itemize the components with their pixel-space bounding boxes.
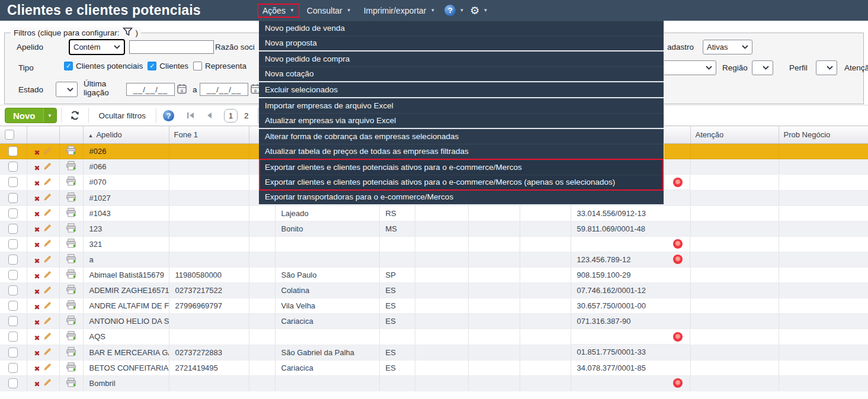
print-icon[interactable] xyxy=(66,333,76,342)
page-current[interactable]: 1 xyxy=(224,109,238,123)
delete-icon[interactable]: ✖ xyxy=(34,241,40,249)
header-select-all[interactable] xyxy=(0,126,27,144)
date-to-input[interactable]: __/__/__ xyxy=(200,83,248,96)
delete-icon[interactable]: ✖ xyxy=(34,179,40,188)
delete-icon[interactable]: ✖ xyxy=(34,380,40,388)
page-next[interactable]: 2 xyxy=(244,111,249,120)
menu-item[interactable]: Novo pedido de venda xyxy=(259,21,664,36)
row-checkbox[interactable] xyxy=(8,347,18,358)
edit-pencil-icon[interactable] xyxy=(43,256,52,265)
edit-pencil-icon[interactable] xyxy=(43,225,52,234)
delete-icon[interactable]: ✖ xyxy=(34,303,40,311)
new-button[interactable]: Novo ▼ xyxy=(5,108,57,123)
header-apelido[interactable]: ▲Apelido xyxy=(83,126,169,144)
estado-select[interactable] xyxy=(56,82,78,97)
row-checkbox[interactable] xyxy=(8,177,18,187)
menu-item[interactable]: Alterar forma de cobrança das empresas s… xyxy=(259,129,664,144)
table-row[interactable]: ✖a123.456.789-12 xyxy=(0,252,868,268)
table-row[interactable]: ✖#1043LajeadoRS33.014.556/0912-13 xyxy=(0,205,868,221)
delete-icon[interactable]: ✖ xyxy=(34,349,40,358)
row-checkbox[interactable] xyxy=(8,193,18,203)
apelido-operator-select[interactable]: Contém xyxy=(69,39,125,55)
menu-imprimir-exportar[interactable]: Imprimir/exportar ▼ xyxy=(358,4,441,18)
print-icon[interactable] xyxy=(66,195,76,204)
header-fone1[interactable]: Fone 1 xyxy=(169,126,249,144)
print-icon[interactable] xyxy=(66,256,76,265)
row-checkbox[interactable] xyxy=(8,332,18,342)
table-row[interactable]: ✖123BonitoMS59.811.069/0001-48 xyxy=(0,221,868,236)
print-icon[interactable] xyxy=(66,349,76,358)
row-checkbox[interactable] xyxy=(8,224,18,234)
edit-pencil-icon[interactable] xyxy=(43,379,52,388)
calendar-icon[interactable]: 8 xyxy=(177,83,187,96)
print-icon[interactable] xyxy=(66,210,76,219)
table-row[interactable]: ✖BETOS CONFEITARIA2721419495CariacicaES3… xyxy=(0,360,868,375)
menu-item[interactable]: Exportar transportadoras para o e-commer… xyxy=(259,189,664,204)
print-icon[interactable] xyxy=(66,303,76,311)
row-checkbox[interactable] xyxy=(8,378,18,388)
menu-item[interactable]: Atualizar tabela de preços de todas as e… xyxy=(259,144,664,159)
table-row[interactable]: ✖Bombril xyxy=(0,375,868,391)
edit-pencil-icon[interactable] xyxy=(43,333,52,342)
perfil-select[interactable] xyxy=(816,60,837,75)
first-page-icon[interactable] xyxy=(181,112,201,119)
print-icon[interactable] xyxy=(66,241,76,250)
print-icon[interactable] xyxy=(66,272,76,281)
vendedor-select[interactable] xyxy=(663,60,716,75)
refresh-icon[interactable] xyxy=(66,110,84,121)
table-row[interactable]: ✖BAR E MERCEARIA GA02737272883São Gabrie… xyxy=(0,345,868,360)
menu-item[interactable]: Novo pedido de compra xyxy=(259,52,664,66)
funnel-icon[interactable] xyxy=(123,27,133,38)
edit-pencil-icon[interactable] xyxy=(43,303,52,311)
delete-icon[interactable]: ✖ xyxy=(34,226,40,234)
delete-icon[interactable]: ✖ xyxy=(34,272,40,281)
cadastro-select[interactable]: Ativas xyxy=(703,40,752,54)
print-icon[interactable] xyxy=(66,148,76,157)
edit-pencil-icon[interactable] xyxy=(43,179,52,188)
print-icon[interactable] xyxy=(66,179,76,188)
apelido-filter-input[interactable] xyxy=(129,40,214,54)
date-from-input[interactable]: __/__/__ xyxy=(126,83,175,96)
chevron-down-icon[interactable]: ▼ xyxy=(459,8,464,13)
edit-pencil-icon[interactable] xyxy=(43,272,52,281)
menu-item[interactable]: Excluir selecionados xyxy=(259,82,664,97)
row-checkbox[interactable] xyxy=(8,162,18,172)
help-icon[interactable]: ? xyxy=(163,110,174,121)
row-checkbox[interactable] xyxy=(8,255,18,265)
menu-item[interactable]: Exportar clientes e clientes potenciais … xyxy=(259,175,664,189)
menu-acoes[interactable]: Ações ▼ xyxy=(257,4,300,18)
edit-pencil-icon[interactable] xyxy=(43,240,52,249)
header-prob-negocio[interactable]: Prob Negócio xyxy=(779,126,868,144)
print-icon[interactable] xyxy=(66,365,76,374)
row-checkbox[interactable] xyxy=(8,146,18,156)
checkbox-checked[interactable]: ✓ xyxy=(148,62,156,70)
row-checkbox[interactable] xyxy=(8,270,18,280)
delete-icon[interactable]: ✖ xyxy=(34,164,40,172)
delete-icon[interactable]: ✖ xyxy=(34,195,40,203)
header-atencao[interactable]: Atenção xyxy=(690,126,779,144)
edit-pencil-icon[interactable] xyxy=(43,349,52,358)
edit-pencil-icon[interactable] xyxy=(43,318,52,327)
chevron-down-icon[interactable]: ▼ xyxy=(43,108,56,123)
edit-pencil-icon[interactable] xyxy=(43,194,52,203)
table-row[interactable]: ✖ADEMIR ZAGHE1657102737217522ColatinaES0… xyxy=(0,283,868,298)
print-icon[interactable] xyxy=(66,287,76,296)
edit-pencil-icon[interactable] xyxy=(43,287,52,296)
menu-item[interactable]: Nova proposta xyxy=(259,36,664,50)
row-checkbox[interactable] xyxy=(8,208,18,218)
menu-item[interactable]: Nova cotação xyxy=(259,66,664,81)
edit-pencil-icon[interactable] xyxy=(43,163,52,172)
delete-icon[interactable]: ✖ xyxy=(34,365,40,373)
help-icon[interactable]: ? xyxy=(444,5,456,16)
menu-item[interactable]: Importar empresas de arquivo Excel xyxy=(259,98,664,113)
row-checkbox[interactable] xyxy=(8,316,18,326)
gear-icon[interactable]: ⚙ xyxy=(470,5,479,16)
edit-pencil-icon[interactable] xyxy=(43,210,52,218)
row-checkbox[interactable] xyxy=(8,239,18,249)
table-row[interactable]: ✖ANDRE ALTAFIM DE FI27996969797Vila Velh… xyxy=(0,298,868,314)
select-all-checkbox[interactable] xyxy=(5,130,14,140)
print-icon[interactable] xyxy=(66,380,76,389)
hide-filters-button[interactable]: Ocultar filtros xyxy=(93,111,152,120)
edit-pencil-icon[interactable] xyxy=(43,148,52,157)
delete-icon[interactable]: ✖ xyxy=(34,210,40,218)
